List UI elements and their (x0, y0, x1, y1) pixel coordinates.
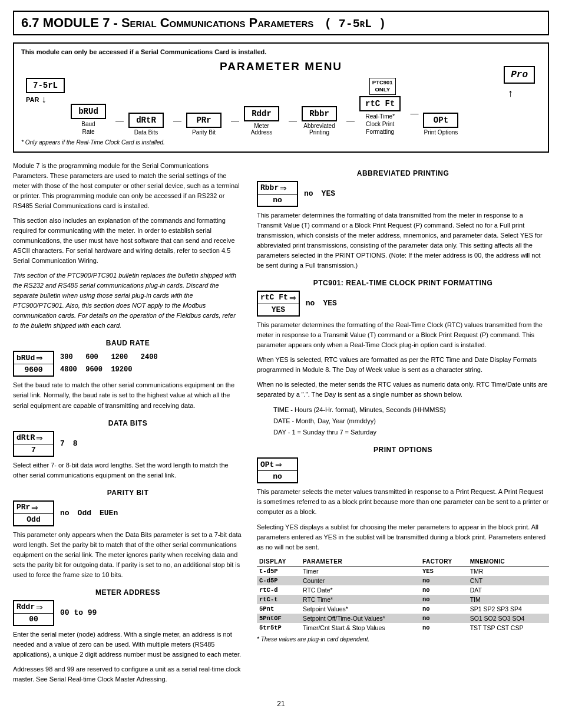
parity-bit-heading: PARITY BIT (13, 489, 243, 497)
table-row: t-d5P Timer YES TMR (257, 566, 549, 576)
cell-mnemonic: TST TSP CST CSP (468, 623, 549, 633)
intro-italic: This section of the PTC900/PTC901 bullet… (13, 271, 243, 331)
cell-display: 5Pnt (257, 604, 300, 614)
cell-parameter: Timer/Cnt Start & Stop Values (300, 623, 420, 633)
data-bits-heading: DATA BITS (13, 419, 243, 427)
cell-factory: no (420, 585, 468, 595)
data-bits-options: 78 (60, 439, 78, 448)
rtc-time-info: TIME - Hours (24-Hr. format), Minutes, S… (273, 404, 549, 437)
table-row: C-d5P Counter no CNT (257, 576, 549, 585)
left-column: Module 7 is the programming module for t… (13, 161, 243, 689)
cell-factory: no (420, 604, 468, 614)
cell-display: 5tr5tP (257, 623, 300, 633)
baud-rate-display: bRUd ⇒ 9600 (13, 351, 54, 377)
cell-factory: YES (420, 566, 468, 576)
cell-factory: no (420, 623, 468, 633)
rtc-display: rtC Ft ⇒ YES (257, 291, 300, 317)
menu-item-baud: bRUd BaudRate (71, 104, 106, 136)
cell-mnemonic: TMR (468, 566, 549, 576)
col-header-display: DISPLAY (257, 557, 300, 566)
table-row: rtC-d RTC Date* no DAT (257, 585, 549, 595)
rtc-heading: PTC901: REAL-TIME CLOCK PRINT FORMATTING (257, 279, 549, 287)
cell-parameter: Setpoint Values* (300, 604, 420, 614)
cell-display: C-d5P (257, 576, 300, 585)
intro-text-1: Module 7 is the programming module for t… (13, 161, 243, 211)
baud-rate-options: 300 600 1200 2400 4800 9600 19200 (60, 351, 158, 377)
meter-address-heading: METER ADDRESS (13, 588, 243, 597)
pro-label: Pro (504, 66, 535, 84)
menu-item-parity: PRr Parity Bit (186, 113, 222, 136)
param-menu-box: This module can only be accessed if a Se… (13, 42, 549, 153)
page-title: 6.7 MODULE 7 - Serial Communications Par… (13, 11, 549, 35)
print-options-text1: This parameter selects the meter values … (257, 487, 549, 517)
cell-factory: no (420, 576, 468, 585)
parity-bit-widget: PRr ⇒ Odd noOddEUEn (13, 500, 243, 526)
cell-parameter: Setpoint Off/Time-Out Values* (300, 614, 420, 623)
cell-mnemonic: DAT (468, 585, 549, 595)
print-options-display: OPt ⇒ no (257, 457, 298, 483)
cell-parameter: RTC Date* (300, 585, 420, 595)
cell-display: rtC-d (257, 585, 300, 595)
main-content: Module 7 is the programming module for t… (13, 161, 549, 689)
cell-mnemonic: SP1 SP2 SP3 SP4 (468, 604, 549, 614)
meter-address-options: 00 to 99 (60, 608, 97, 617)
cell-mnemonic: TIM (468, 595, 549, 604)
table-row: 5PntOF Setpoint Off/Time-Out Values* no … (257, 614, 549, 623)
meter-address-display: Rddr ⇒ 00 (13, 600, 54, 626)
menu-item-address: Rddr MeterAddress (244, 106, 279, 136)
table-row: 5Pnt Setpoint Values* no SP1 SP2 SP3 SP4 (257, 604, 549, 614)
par-label: PAR (26, 96, 39, 103)
print-options-table: DISPLAY PARAMETER FACTORY MNEMONIC t-d5P… (257, 557, 549, 633)
cell-mnemonic: SO1 SO2 SO3 SO4 (468, 614, 549, 623)
col-header-factory: FACTORY (420, 557, 468, 566)
rtc-options: noYES (306, 299, 337, 308)
meter-address-widget: Rddr ⇒ 00 00 to 99 (13, 600, 243, 626)
abbrev-printing-display: Rbbr ⇒ no (257, 181, 298, 207)
param-menu-footnote: * Only appears if the Real-Time Clock Ca… (21, 139, 541, 146)
data-bits-text: Select either 7- or 8-bit data word leng… (13, 460, 243, 480)
menu-item-databits: dRtR Data Bits (128, 113, 164, 136)
pro-arrow: ↑ (508, 87, 513, 100)
rtc-text-yes: When YES is selected, RTC values are for… (257, 355, 549, 375)
cell-factory: no (420, 614, 468, 623)
title-code: ( 7-5rL ) (325, 17, 386, 31)
abbrev-printing-options: noYES (304, 189, 335, 198)
right-column: ABBREVIATED PRINTING Rbbr ⇒ no noYES Thi… (257, 161, 549, 689)
baud-rate-widget: bRUd ⇒ 9600 300 600 1200 2400 4800 9600 … (13, 351, 243, 377)
data-bits-widget: dRtR ⇒ 7 78 (13, 431, 243, 457)
cell-parameter: RTC Time* (300, 595, 420, 604)
module-code-box: 7-5rL (26, 78, 65, 93)
cell-display: rtC-t (257, 595, 300, 604)
menu-item-print-options: OPt Print Options (423, 113, 458, 136)
title-text: MODULE 7 - Serial Communications Paramet… (43, 15, 314, 30)
table-row: rtC-t RTC Time* no TIM (257, 595, 549, 604)
ptc-only-label: PTC901ONLY (369, 78, 396, 95)
page-number: 21 (13, 700, 549, 708)
parity-bit-options: noOddEUEn (60, 509, 118, 518)
baud-rate-text: Set the baud rate to match the other ser… (13, 380, 243, 410)
cell-mnemonic: CNT (468, 576, 549, 585)
rtc-text1: This parameter determines the formatting… (257, 320, 549, 350)
abbrev-printing-widget: Rbbr ⇒ no noYES (257, 181, 549, 207)
print-options-widget: OPt ⇒ no (257, 457, 549, 483)
table-row: 5tr5tP Timer/Cnt Start & Stop Values no … (257, 623, 549, 633)
meter-address-text: Enter the serial meter (node) address. W… (13, 630, 243, 660)
cell-factory: no (420, 595, 468, 604)
cell-parameter: Counter (300, 576, 420, 585)
meter-address-text2: Addresses 98 and 99 are reserved to conf… (13, 664, 243, 684)
rtc-widget: rtC Ft ⇒ YES noYES (257, 291, 549, 317)
parity-bit-display: PRr ⇒ Odd (13, 500, 54, 526)
param-menu-note: This module can only be accessed if a Se… (21, 48, 541, 55)
col-header-parameter: PARAMETER (300, 557, 420, 566)
print-options-text2: Selecting YES displays a sublist for cho… (257, 522, 549, 552)
rtc-text-no: When no is selected, the meter sends the… (257, 380, 549, 400)
parity-bit-text: This parameter only appears when the Dat… (13, 530, 243, 580)
intro-text-2: This section also includes an explanatio… (13, 216, 243, 266)
print-options-footnote: * These values are plug-in card dependen… (257, 636, 549, 643)
cell-display: t-d5P (257, 566, 300, 576)
data-bits-display: dRtR ⇒ 7 (13, 431, 54, 457)
menu-item-rtc: rtC Ft Real-Time*Clock PrintFormatting (359, 96, 401, 136)
param-menu-title: PARAMETER MENU (21, 60, 541, 73)
print-options-heading: PRINT OPTIONS (257, 446, 549, 454)
abbrev-printing-text: This parameter determines the formatting… (257, 210, 549, 271)
